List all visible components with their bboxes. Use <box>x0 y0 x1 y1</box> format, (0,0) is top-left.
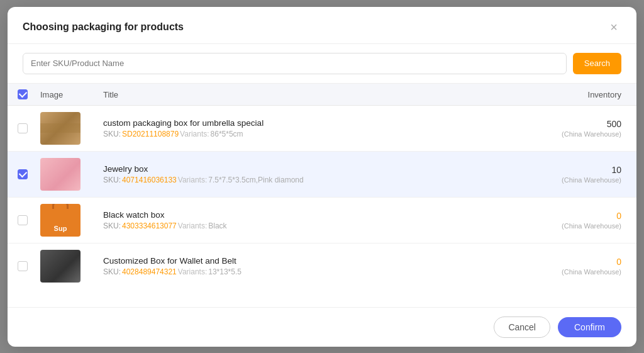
inventory-num-2: 10 <box>611 165 621 175</box>
product-image-4 <box>40 250 80 283</box>
sku-link-1[interactable]: SD20211108879 <box>122 130 179 138</box>
table-row: Jewelry box SKU: 4071416036133 Variants:… <box>8 152 636 198</box>
table-row: custom packaging box for umbrella specia… <box>8 106 636 152</box>
inventory-sub-3: (China Warehouse) <box>562 222 621 230</box>
search-bar: Search <box>8 44 636 84</box>
product-sku-row-3: SKU: 4303334613077 Variants: Black <box>103 221 545 230</box>
variants-label-1: Variants: <box>180 130 209 138</box>
row-checkbox-3[interactable] <box>18 215 28 225</box>
confirm-button[interactable]: Confirm <box>558 317 621 337</box>
modal-header: Choosing packaging for products × <box>8 7 636 44</box>
product-title-4: Customized Box for Wallet and Belt <box>103 256 545 266</box>
product-sku-row-4: SKU: 4028489474321 Variants: 13*13*5.5 <box>103 267 545 276</box>
col-header-inventory: Inventory <box>588 90 621 99</box>
row-checkbox-4[interactable] <box>18 261 28 271</box>
sup-bag-icon: Sup <box>47 206 74 235</box>
sku-label-2: SKU: <box>103 176 121 184</box>
modal-overlay: Choosing packaging for products × Search… <box>0 0 644 353</box>
inventory-sub-1: (China Warehouse) <box>562 130 621 138</box>
table-row: Sup Black watch box SKU: 4303334613077 V… <box>8 198 636 244</box>
product-list: custom packaging box for umbrella specia… <box>8 106 636 307</box>
sku-link-3[interactable]: 4303334613077 <box>122 221 177 230</box>
inventory-num-1: 500 <box>607 119 621 129</box>
inventory-sub-4: (China Warehouse) <box>562 268 621 276</box>
cancel-button[interactable]: Cancel <box>494 317 550 338</box>
sku-link-4[interactable]: 4028489474321 <box>122 267 177 276</box>
close-button[interactable]: × <box>606 20 621 35</box>
sku-link-2[interactable]: 4071416036133 <box>122 176 177 184</box>
row-checkbox-2[interactable] <box>18 169 28 179</box>
variants-val-2: 7.5*7.5*3.5cm,Pink diamond <box>208 176 303 184</box>
col-header-title: Title <box>103 90 118 99</box>
table-header: Image Title Inventory <box>8 84 636 106</box>
product-title-3: Black watch box <box>103 210 545 220</box>
select-all-checkbox[interactable] <box>18 89 28 99</box>
modal-title: Choosing packaging for products <box>23 21 184 33</box>
row-checkbox-1[interactable] <box>18 123 28 133</box>
table-row: Customized Box for Wallet and Belt SKU: … <box>8 244 636 289</box>
sku-label-1: SKU: <box>103 130 121 138</box>
variants-val-1: 86*5*5cm <box>211 130 243 138</box>
modal-footer: Cancel Confirm <box>8 307 636 347</box>
product-sku-row-1: SKU: SD20211108879 Variants: 86*5*5cm <box>103 130 545 138</box>
modal: Choosing packaging for products × Search… <box>8 7 636 347</box>
variants-label-3: Variants: <box>178 221 207 230</box>
sku-label-4: SKU: <box>103 267 121 276</box>
variants-label-4: Variants: <box>178 267 207 276</box>
product-image-2 <box>40 158 80 191</box>
product-title-1: custom packaging box for umbrella specia… <box>103 118 545 128</box>
inventory-num-4: 0 <box>616 257 621 267</box>
variants-val-4: 13*13*5.5 <box>208 267 242 276</box>
sku-label-3: SKU: <box>103 221 121 230</box>
search-button[interactable]: Search <box>573 53 621 74</box>
search-input[interactable] <box>23 53 567 74</box>
inventory-sub-2: (China Warehouse) <box>562 176 621 184</box>
product-sku-row-2: SKU: 4071416036133 Variants: 7.5*7.5*3.5… <box>103 176 545 184</box>
product-title-2: Jewelry box <box>103 164 545 174</box>
variants-label-2: Variants: <box>178 176 207 184</box>
variants-val-3: Black <box>208 221 226 230</box>
inventory-num-3: 0 <box>616 211 621 221</box>
product-image-1 <box>40 112 80 145</box>
col-header-image: Image <box>40 90 63 99</box>
product-image-3: Sup <box>40 204 80 237</box>
